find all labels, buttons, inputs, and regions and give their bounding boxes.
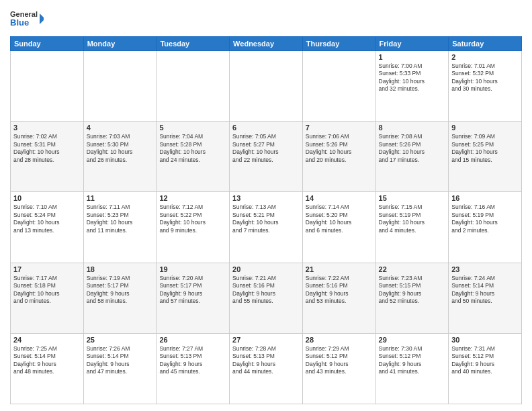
day-number: 21 xyxy=(306,265,373,273)
day-info: Sunrise: 7:25 AMSunset: 5:14 PMDaylight:… xyxy=(13,345,81,376)
day-cell-29: 29Sunrise: 7:30 AMSunset: 5:12 PMDayligh… xyxy=(375,333,449,404)
day-number: 15 xyxy=(379,194,446,202)
day-cell-14: 14Sunrise: 7:14 AMSunset: 5:20 PMDayligh… xyxy=(302,192,375,263)
week-row-5: 24Sunrise: 7:25 AMSunset: 5:14 PMDayligh… xyxy=(11,333,522,404)
day-cell-19: 19Sunrise: 7:20 AMSunset: 5:17 PMDayligh… xyxy=(157,263,230,333)
day-cell-3: 3Sunrise: 7:02 AMSunset: 5:31 PMDaylight… xyxy=(11,122,84,192)
empty-cell xyxy=(83,51,157,122)
weekday-header-sunday: Sunday xyxy=(11,37,84,51)
day-info: Sunrise: 7:17 AMSunset: 5:18 PMDaylight:… xyxy=(13,275,81,306)
day-number: 11 xyxy=(87,194,154,202)
weekday-header-monday: Monday xyxy=(83,37,157,51)
day-info: Sunrise: 7:30 AMSunset: 5:12 PMDaylight:… xyxy=(379,345,446,376)
day-info: Sunrise: 7:06 AMSunset: 5:26 PMDaylight:… xyxy=(306,133,373,164)
day-cell-8: 8Sunrise: 7:08 AMSunset: 5:26 PMDaylight… xyxy=(375,122,449,192)
day-number: 29 xyxy=(379,336,446,344)
day-info: Sunrise: 7:23 AMSunset: 5:15 PMDaylight:… xyxy=(379,275,446,306)
day-number: 18 xyxy=(87,265,154,273)
day-cell-5: 5Sunrise: 7:04 AMSunset: 5:28 PMDaylight… xyxy=(157,122,230,192)
day-number: 16 xyxy=(451,194,519,202)
day-cell-22: 22Sunrise: 7:23 AMSunset: 5:15 PMDayligh… xyxy=(375,263,449,333)
day-info: Sunrise: 7:24 AMSunset: 5:14 PMDaylight:… xyxy=(451,275,519,306)
day-info: Sunrise: 7:04 AMSunset: 5:28 PMDaylight:… xyxy=(159,133,226,164)
day-number: 30 xyxy=(451,336,519,344)
day-info: Sunrise: 7:10 AMSunset: 5:24 PMDaylight:… xyxy=(13,203,81,234)
empty-cell xyxy=(230,51,303,122)
day-info: Sunrise: 7:20 AMSunset: 5:17 PMDaylight:… xyxy=(159,275,226,306)
weekday-header-tuesday: Tuesday xyxy=(157,37,230,51)
day-info: Sunrise: 7:16 AMSunset: 5:19 PMDaylight:… xyxy=(451,203,519,234)
weekday-header-row: SundayMondayTuesdayWednesdayThursdayFrid… xyxy=(11,37,522,51)
weekday-header-friday: Friday xyxy=(375,37,449,51)
day-number: 7 xyxy=(306,124,373,132)
day-number: 6 xyxy=(232,124,300,132)
day-number: 17 xyxy=(13,265,81,273)
day-info: Sunrise: 7:19 AMSunset: 5:17 PMDaylight:… xyxy=(87,275,154,306)
day-number: 23 xyxy=(451,265,519,273)
day-number: 4 xyxy=(87,124,154,132)
day-cell-2: 2Sunrise: 7:01 AMSunset: 5:32 PMDaylight… xyxy=(449,51,522,122)
day-info: Sunrise: 7:27 AMSunset: 5:13 PMDaylight:… xyxy=(159,345,226,376)
day-info: Sunrise: 7:05 AMSunset: 5:27 PMDaylight:… xyxy=(232,133,300,164)
day-cell-28: 28Sunrise: 7:29 AMSunset: 5:12 PMDayligh… xyxy=(302,333,375,404)
day-number: 12 xyxy=(159,194,226,202)
day-cell-1: 1Sunrise: 7:00 AMSunset: 5:33 PMDaylight… xyxy=(375,51,449,122)
week-row-2: 3Sunrise: 7:02 AMSunset: 5:31 PMDaylight… xyxy=(11,122,522,192)
day-info: Sunrise: 7:09 AMSunset: 5:25 PMDaylight:… xyxy=(451,133,519,164)
page: General Blue SundayMondayTuesdayWednesda… xyxy=(0,0,532,411)
day-cell-21: 21Sunrise: 7:22 AMSunset: 5:16 PMDayligh… xyxy=(302,263,375,333)
day-info: Sunrise: 7:01 AMSunset: 5:32 PMDaylight:… xyxy=(451,62,519,93)
day-cell-7: 7Sunrise: 7:06 AMSunset: 5:26 PMDaylight… xyxy=(302,122,375,192)
day-info: Sunrise: 7:11 AMSunset: 5:23 PMDaylight:… xyxy=(87,203,154,234)
day-info: Sunrise: 7:31 AMSunset: 5:12 PMDaylight:… xyxy=(451,345,519,376)
day-number: 22 xyxy=(379,265,446,273)
day-cell-15: 15Sunrise: 7:15 AMSunset: 5:19 PMDayligh… xyxy=(375,192,449,263)
header: General Blue xyxy=(10,7,522,31)
day-info: Sunrise: 7:14 AMSunset: 5:20 PMDaylight:… xyxy=(306,203,373,234)
day-cell-16: 16Sunrise: 7:16 AMSunset: 5:19 PMDayligh… xyxy=(449,192,522,263)
day-cell-26: 26Sunrise: 7:27 AMSunset: 5:13 PMDayligh… xyxy=(157,333,230,404)
day-cell-9: 9Sunrise: 7:09 AMSunset: 5:25 PMDaylight… xyxy=(449,122,522,192)
day-cell-13: 13Sunrise: 7:13 AMSunset: 5:21 PMDayligh… xyxy=(230,192,303,263)
day-info: Sunrise: 7:28 AMSunset: 5:13 PMDaylight:… xyxy=(232,345,300,376)
day-info: Sunrise: 7:08 AMSunset: 5:26 PMDaylight:… xyxy=(379,133,446,164)
calendar-table: SundayMondayTuesdayWednesdayThursdayFrid… xyxy=(10,36,522,404)
day-cell-4: 4Sunrise: 7:03 AMSunset: 5:30 PMDaylight… xyxy=(83,122,157,192)
day-number: 20 xyxy=(232,265,300,273)
logo-svg: General Blue xyxy=(10,7,44,31)
weekday-header-saturday: Saturday xyxy=(449,37,522,51)
day-number: 28 xyxy=(306,336,373,344)
day-cell-27: 27Sunrise: 7:28 AMSunset: 5:13 PMDayligh… xyxy=(230,333,303,404)
day-number: 8 xyxy=(379,124,446,132)
day-number: 27 xyxy=(232,336,300,344)
day-cell-6: 6Sunrise: 7:05 AMSunset: 5:27 PMDaylight… xyxy=(230,122,303,192)
day-info: Sunrise: 7:12 AMSunset: 5:22 PMDaylight:… xyxy=(159,203,226,234)
day-info: Sunrise: 7:13 AMSunset: 5:21 PMDaylight:… xyxy=(232,203,300,234)
day-number: 9 xyxy=(451,124,519,132)
day-info: Sunrise: 7:22 AMSunset: 5:16 PMDaylight:… xyxy=(306,275,373,306)
day-info: Sunrise: 7:26 AMSunset: 5:14 PMDaylight:… xyxy=(87,345,154,376)
day-number: 14 xyxy=(306,194,373,202)
svg-text:Blue: Blue xyxy=(10,17,29,28)
day-cell-23: 23Sunrise: 7:24 AMSunset: 5:14 PMDayligh… xyxy=(449,263,522,333)
day-info: Sunrise: 7:29 AMSunset: 5:12 PMDaylight:… xyxy=(306,345,373,376)
day-number: 19 xyxy=(159,265,226,273)
empty-cell xyxy=(11,51,84,122)
day-info: Sunrise: 7:03 AMSunset: 5:30 PMDaylight:… xyxy=(87,133,154,164)
day-cell-10: 10Sunrise: 7:10 AMSunset: 5:24 PMDayligh… xyxy=(11,192,84,263)
day-number: 25 xyxy=(87,336,154,344)
day-number: 13 xyxy=(232,194,300,202)
svg-marker-2 xyxy=(40,13,44,24)
logo: General Blue xyxy=(10,7,44,31)
day-info: Sunrise: 7:21 AMSunset: 5:16 PMDaylight:… xyxy=(232,275,300,306)
day-number: 24 xyxy=(13,336,81,344)
day-info: Sunrise: 7:02 AMSunset: 5:31 PMDaylight:… xyxy=(13,133,81,164)
weekday-header-thursday: Thursday xyxy=(302,37,375,51)
day-cell-24: 24Sunrise: 7:25 AMSunset: 5:14 PMDayligh… xyxy=(11,333,84,404)
day-number: 2 xyxy=(451,53,519,61)
day-cell-25: 25Sunrise: 7:26 AMSunset: 5:14 PMDayligh… xyxy=(83,333,157,404)
week-row-1: 1Sunrise: 7:00 AMSunset: 5:33 PMDaylight… xyxy=(11,51,522,122)
weekday-header-wednesday: Wednesday xyxy=(230,37,303,51)
week-row-4: 17Sunrise: 7:17 AMSunset: 5:18 PMDayligh… xyxy=(11,263,522,333)
day-cell-11: 11Sunrise: 7:11 AMSunset: 5:23 PMDayligh… xyxy=(83,192,157,263)
